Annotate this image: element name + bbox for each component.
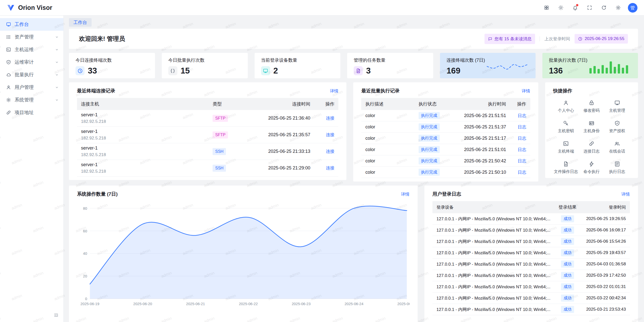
batch-record-row: color 执行完成 2025-06-25 21:51:37 日志 bbox=[361, 121, 530, 133]
stat-card-login-devices: 当前登录设备数量 2 bbox=[255, 53, 341, 78]
sidebar-item[interactable]: 系统管理 bbox=[0, 94, 63, 106]
login-logs-detail-link[interactable]: 详情 bbox=[621, 191, 630, 197]
sidebar-item[interactable]: 工作台 bbox=[0, 18, 63, 31]
quick-actions-grid: 个人中心 修改密码 主机管理 bbox=[553, 100, 630, 174]
fullscreen-button[interactable] bbox=[585, 3, 594, 12]
login-device: 127.0.0.1 - 内网IP - Mozilla/5.0 (Windows … bbox=[432, 261, 554, 267]
quick-action-item[interactable]: 主机密钥 bbox=[553, 120, 579, 134]
table-header-row: 执行描述 执行状态 执行时间 操作 bbox=[361, 98, 530, 110]
log-link[interactable]: 日志 bbox=[518, 113, 526, 119]
unread-messages-badge[interactable]: 您有 15 条未读消息 bbox=[485, 34, 535, 44]
sidebar-menu: 工作台 资产管理 主机运维 运维审计 bbox=[0, 18, 63, 119]
batch-records-detail-link[interactable]: 详情 bbox=[522, 88, 530, 94]
connect-link[interactable]: 连接 bbox=[326, 115, 334, 121]
connect-link[interactable]: 连接 bbox=[326, 149, 334, 154]
login-time: 2025-03-21 23:53:43 bbox=[581, 307, 630, 312]
log-link[interactable]: 日志 bbox=[518, 158, 526, 164]
quick-action-item[interactable]: 主机终端 bbox=[553, 141, 579, 154]
exec-time: 2025-06-25 21:50:10 bbox=[452, 170, 510, 175]
quick-action-label: 命令执行 bbox=[583, 169, 599, 174]
sidebar-item-icon bbox=[6, 97, 11, 102]
quick-action-item[interactable]: 修改密码 bbox=[579, 100, 605, 113]
terminal-7d-sparkline bbox=[485, 59, 529, 74]
quick-action-item[interactable]: 执行日志 bbox=[604, 161, 630, 174]
operations-chart-detail-link[interactable]: 详情 bbox=[401, 191, 410, 197]
login-time: 2025-06-25 19:26:55 bbox=[581, 216, 630, 221]
login-time: 2025-05-29 19:43:57 bbox=[581, 250, 630, 255]
exec-status-badge: 执行完成 bbox=[419, 146, 440, 153]
login-time: 2025-03-29 17:42:50 bbox=[581, 273, 630, 278]
exec-time: 2025-06-25 21:51:17 bbox=[452, 136, 510, 141]
login-result-badge: 成功 bbox=[561, 227, 574, 234]
app-title: Orion Visor bbox=[18, 4, 52, 11]
login-time: 2025-06-06 15:54:26 bbox=[581, 239, 630, 244]
connect-time: 2025-06-25 21:35:57 bbox=[241, 132, 314, 137]
stat-card-terminal-7d: 连接终端次数 (7日) 169 bbox=[440, 53, 536, 78]
quick-action-icon bbox=[614, 161, 620, 167]
sidebar-item[interactable]: 用户管理 bbox=[0, 81, 63, 94]
quick-action-icon bbox=[563, 141, 569, 147]
connect-link[interactable]: 连接 bbox=[326, 165, 334, 171]
host-ip: 182.92.5.218 bbox=[81, 169, 205, 174]
main-content: 工作台 欢迎回来! 管理员 您有 15 条未读消息 上次登录时间 2025-06… bbox=[64, 16, 644, 322]
sidebar-collapse-button[interactable] bbox=[52, 311, 60, 319]
sidebar-item-label: 用户管理 bbox=[15, 84, 34, 91]
batch-record-row: color 执行完成 2025-06-25 21:51:01 日志 bbox=[361, 144, 530, 155]
last-login-label: 上次登录时间 bbox=[544, 36, 570, 42]
terminal-record-row: server-1 182.92.5.218 SFTP 2025-06-25 21… bbox=[77, 127, 338, 143]
log-link[interactable]: 日志 bbox=[518, 169, 526, 175]
log-link[interactable]: 日志 bbox=[518, 147, 526, 153]
sidebar-item[interactable]: 主机运维 bbox=[0, 43, 63, 56]
login-log-row: 127.0.0.1 - 内网IP - Mozilla/5.0 (Windows … bbox=[432, 225, 630, 236]
batch-record-row: color 执行完成 2025-06-25 21:51:17 日志 bbox=[361, 133, 530, 144]
chevron-down-icon bbox=[55, 98, 59, 102]
file-icon bbox=[354, 66, 363, 75]
sidebar-item[interactable]: 运维审计 bbox=[0, 56, 63, 68]
login-result-badge: 成功 bbox=[561, 261, 574, 268]
login-time: 2025-04-03 01:36:58 bbox=[581, 262, 630, 267]
quick-action-item[interactable]: 文件操作日志 bbox=[553, 161, 579, 174]
terminal-records-detail-link[interactable]: 详情 bbox=[330, 88, 338, 94]
sidebar-item[interactable]: 批量执行 bbox=[0, 68, 63, 81]
login-log-row: 127.0.0.1 - 内网IP - Mozilla/5.0 (Windows … bbox=[432, 259, 630, 270]
tab-workbench[interactable]: 工作台 bbox=[69, 18, 92, 27]
connect-link[interactable]: 连接 bbox=[326, 132, 334, 138]
stat-label: 连接终端次数 (7日) bbox=[447, 57, 485, 63]
quick-action-item[interactable]: 命令执行 bbox=[579, 161, 605, 174]
sidebar-item[interactable]: 项目地址 bbox=[0, 106, 63, 119]
log-link[interactable]: 日志 bbox=[518, 124, 526, 130]
stat-value: 3 bbox=[366, 66, 371, 76]
quick-action-item[interactable]: 主机管理 bbox=[604, 100, 630, 113]
notifications-button[interactable] bbox=[571, 3, 580, 12]
table-header-row: 连接主机 类型 连接时间 操作 bbox=[77, 98, 338, 110]
host-ip: 182.92.5.218 bbox=[81, 135, 205, 141]
log-link[interactable]: 日志 bbox=[518, 135, 526, 141]
quick-action-item[interactable]: 连接日志 bbox=[579, 141, 605, 154]
chevron-down-icon bbox=[55, 35, 59, 39]
svg-text:2025-06-22: 2025-06-22 bbox=[239, 302, 258, 306]
chevron-down-icon bbox=[55, 48, 59, 52]
theme-toggle-button[interactable] bbox=[556, 3, 565, 12]
settings-button[interactable] bbox=[614, 3, 623, 12]
chevron-down-icon bbox=[55, 60, 59, 64]
quick-action-label: 主机终端 bbox=[558, 149, 574, 154]
message-icon bbox=[488, 37, 492, 41]
quick-action-item[interactable]: 主机身份 bbox=[579, 120, 605, 134]
host-name: server-1 bbox=[81, 162, 205, 168]
quick-action-item[interactable]: 个人中心 bbox=[553, 100, 579, 113]
batch-records-title: 最近批量执行记录 bbox=[361, 88, 399, 94]
terminal-records-title: 最近终端连接记录 bbox=[77, 88, 115, 94]
chevron-down-icon bbox=[55, 85, 59, 89]
connect-time: 2025-06-25 21:29:00 bbox=[241, 165, 314, 171]
quick-action-item[interactable]: 资产授权 bbox=[604, 120, 630, 134]
user-avatar[interactable]: 管 bbox=[628, 3, 637, 13]
svg-text:2025-06-24: 2025-06-24 bbox=[345, 302, 364, 306]
apps-icon bbox=[544, 5, 549, 10]
sidebar-item[interactable]: 资产管理 bbox=[0, 31, 63, 43]
refresh-button[interactable] bbox=[599, 3, 608, 12]
unread-messages-text: 您有 15 条未读消息 bbox=[495, 36, 532, 42]
apps-button[interactable] bbox=[542, 3, 551, 12]
login-log-row: 127.0.0.1 - 内网IP - Mozilla/5.0 (Windows … bbox=[432, 293, 630, 304]
operations-chart: 0204060802025-06-192025-06-202025-06-212… bbox=[77, 200, 410, 318]
quick-action-item[interactable]: 在线会话 bbox=[604, 141, 630, 154]
